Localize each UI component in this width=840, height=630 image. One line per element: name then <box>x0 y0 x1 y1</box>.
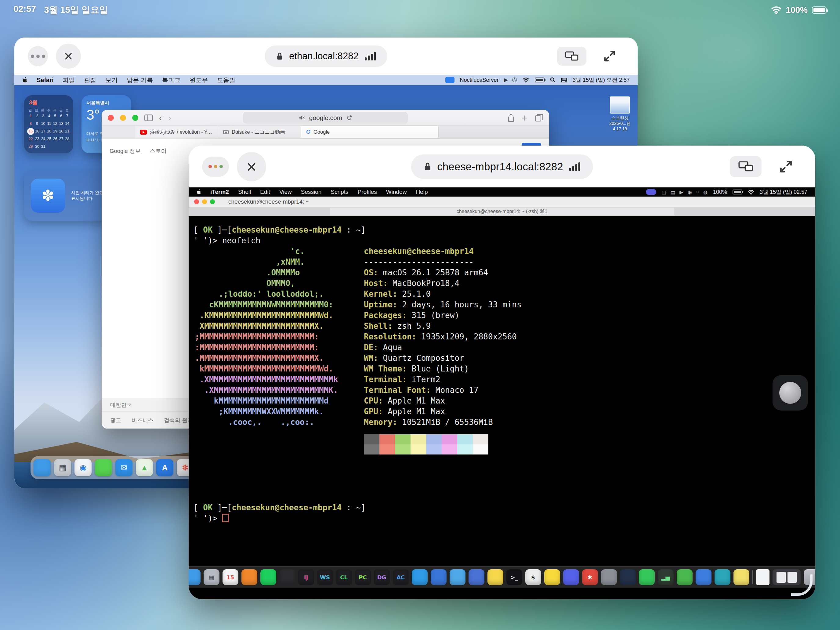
page-link[interactable]: 스토어 <box>150 147 167 155</box>
terminal-content[interactable]: [ OK ]─[cheesekun@cheese-mbpr14 : ~] ' '… <box>189 216 815 599</box>
footer-link[interactable]: 비즈니스 <box>131 417 153 424</box>
dock-kakaotalk[interactable] <box>544 569 560 585</box>
menu-item[interactable]: 북마크 <box>162 76 180 84</box>
dock-app-store[interactable]: A <box>156 459 174 476</box>
safari-tab[interactable]: Daisuke - ニコニコ動画 <box>218 126 301 138</box>
keyboard-icon[interactable]: ▤ <box>671 189 675 195</box>
menu-item[interactable]: Edit <box>260 189 270 195</box>
close-traffic-light[interactable] <box>108 115 114 121</box>
dock-finder[interactable] <box>189 569 201 585</box>
menu-item[interactable]: Shell <box>238 189 251 195</box>
dock-iterm[interactable]: >_ <box>506 569 522 585</box>
safari-address-bar[interactable]: google.com <box>243 112 408 124</box>
dock-maps[interactable]: ▲ <box>136 459 153 476</box>
minimize-traffic-light[interactable] <box>202 199 207 204</box>
accessibility-icon[interactable]: Ⓐ <box>512 77 517 83</box>
dock-steam[interactable] <box>620 569 636 585</box>
fullscreen-button[interactable] <box>770 156 802 177</box>
dock-terminal[interactable]: $ <box>525 569 541 585</box>
calendar-widget[interactable]: 3월 일월화수목금토 12345678910111213141516171819… <box>24 95 73 153</box>
menu-item[interactable]: View <box>279 189 292 195</box>
terminal-tab[interactable]: cheesekun@cheese-mbpr14: ~ (-zsh) ⌘1 <box>330 208 674 215</box>
apple-menu-icon[interactable] <box>22 77 27 83</box>
close-window-button[interactable]: × <box>237 152 266 181</box>
dock-notes[interactable] <box>488 569 503 585</box>
new-tab-icon[interactable]: + <box>522 113 528 123</box>
address-bar[interactable]: ethan.local:8282 <box>265 46 387 67</box>
dock-stats[interactable]: ▂▅ <box>658 569 674 585</box>
active-app-name[interactable]: iTerm2 <box>210 189 229 195</box>
dock-files[interactable] <box>469 569 485 585</box>
menu-item[interactable]: Scripts <box>330 189 348 195</box>
minimize-traffic-light[interactable] <box>120 115 126 121</box>
dock-calendar[interactable]: 15 <box>223 569 238 585</box>
menu-item[interactable]: 윈도우 <box>189 76 208 84</box>
page-link[interactable]: Google 정보 <box>110 147 141 155</box>
dock-red-asterisk[interactable]: ✱ <box>582 569 598 585</box>
focus-icon[interactable]: ◌ <box>696 189 699 195</box>
menu-item[interactable]: 파일 <box>63 76 75 84</box>
zoom-traffic-light[interactable] <box>210 199 215 204</box>
dock-webstorm[interactable]: WS <box>317 569 333 585</box>
safari-tab[interactable]: GGoogle <box>301 126 439 138</box>
safari-tab[interactable]: 浜崎あゆみ / evolution - YouTube <box>135 126 218 138</box>
fullscreen-button[interactable] <box>595 47 624 66</box>
assistivetouch-button[interactable] <box>772 375 808 411</box>
dock-stickies[interactable] <box>733 569 749 585</box>
screen-mirroring-icon[interactable]: ◫ <box>662 189 666 195</box>
control-center-icon[interactable]: ◍ <box>703 189 707 195</box>
menu-item[interactable]: 편집 <box>84 76 96 84</box>
menu-item[interactable]: Profiles <box>357 189 377 195</box>
mute-icon[interactable] <box>299 115 305 120</box>
dock-messages[interactable] <box>95 459 112 476</box>
dock-clion[interactable]: CL <box>336 569 352 585</box>
window-options-button[interactable] <box>202 156 229 177</box>
dock-firefox[interactable] <box>242 569 257 585</box>
dock-launchpad[interactable]: ▦ <box>54 459 71 476</box>
wifi-menu-icon[interactable] <box>523 77 529 83</box>
play-icon[interactable]: ▶ <box>504 77 508 83</box>
dock-finder[interactable] <box>33 459 51 476</box>
dock-blue-app[interactable] <box>696 569 712 585</box>
spotlight-icon[interactable] <box>550 77 556 83</box>
dock-mail[interactable]: ✉ <box>115 459 133 476</box>
server-status-badge[interactable] <box>445 77 455 83</box>
reload-icon[interactable] <box>346 115 352 120</box>
dock-datagrip[interactable]: DG <box>374 569 390 585</box>
dock-vscode[interactable] <box>412 569 428 585</box>
display-mode-button[interactable] <box>730 156 761 177</box>
play-icon[interactable]: ▶ <box>679 189 683 195</box>
dock-launchpad[interactable]: ▦ <box>204 569 219 585</box>
dock-intellij[interactable]: IJ <box>298 569 314 585</box>
dock-pycharm[interactable]: PC <box>355 569 371 585</box>
dock-document[interactable] <box>756 569 769 585</box>
share-icon[interactable] <box>508 114 514 122</box>
wifi-menu-icon[interactable] <box>748 189 754 195</box>
close-window-button[interactable]: × <box>56 44 81 69</box>
menu-clock[interactable]: 3월 15일 (일) 오전 2:57 <box>573 76 630 84</box>
dock-spotify[interactable] <box>261 569 276 585</box>
footer-link[interactable]: 광고 <box>110 417 121 424</box>
dock-appcode[interactable]: AC <box>393 569 409 585</box>
record-icon[interactable]: ◉ <box>687 189 692 195</box>
dock-safari[interactable]: ◉ <box>74 459 92 476</box>
zoom-traffic-light[interactable] <box>132 115 138 121</box>
display-mode-button[interactable] <box>557 47 586 66</box>
dock-telegram[interactable] <box>450 569 466 585</box>
address-bar[interactable]: cheese-mbpr14.local:8282 <box>411 155 593 179</box>
dock-android-studio[interactable] <box>639 569 655 585</box>
control-center-icon[interactable] <box>561 78 567 82</box>
back-button[interactable]: ‹ <box>159 113 162 122</box>
iterm-title-bar[interactable]: cheesekun@cheese-mbpr14: ~ <box>189 197 815 207</box>
dock-leaf-app[interactable] <box>677 569 693 585</box>
dock-teal-app[interactable] <box>715 569 730 585</box>
dock-music[interactable] <box>279 569 295 585</box>
close-traffic-light[interactable] <box>194 199 199 204</box>
dock-discord[interactable] <box>563 569 579 585</box>
menu-item[interactable]: 방문 기록 <box>127 76 153 84</box>
dock-xcode[interactable] <box>431 569 447 585</box>
apple-menu-icon[interactable] <box>197 189 201 195</box>
desktop-screenshot-file[interactable]: 스크린샷 2026-0...전 4.17.19 <box>603 96 637 131</box>
server-name[interactable]: NoctilucaServer <box>460 77 499 83</box>
menu-item[interactable]: Help <box>416 189 428 195</box>
